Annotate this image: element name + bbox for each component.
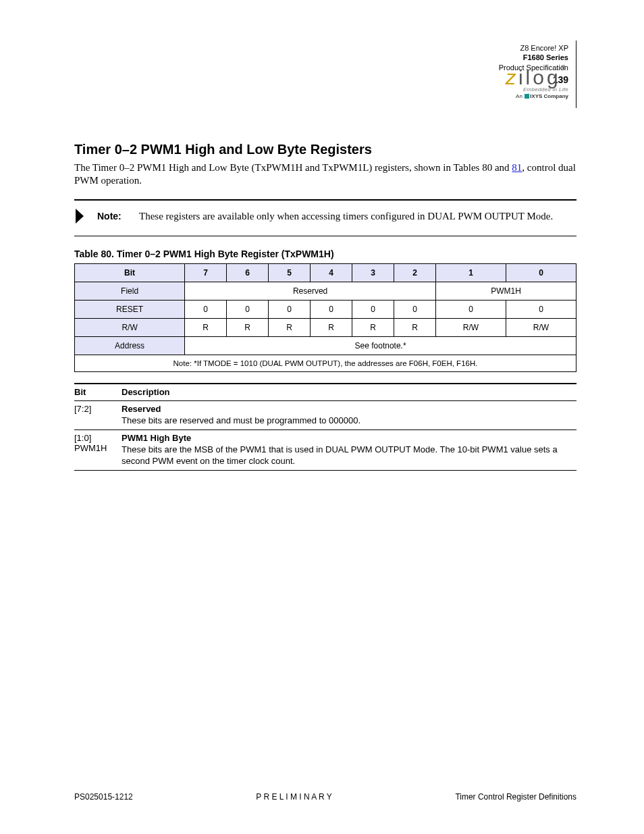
- note-text: These registers are available only when …: [139, 210, 553, 222]
- note-row: Note: These registers are available only…: [74, 201, 576, 236]
- table-row-head: Bit 7 6 5 4 3 2 1 0: [75, 263, 576, 282]
- row-label-rw: R/W: [75, 318, 185, 336]
- logo-company-post: IXYS Company: [530, 93, 568, 99]
- field-pwm1h: PWM1H: [436, 282, 576, 300]
- table-row-reset: RESET 0 0 0 0 0 0 0 0: [75, 300, 576, 318]
- bits-r2-bit-range: [1:0]: [74, 433, 91, 443]
- bits-r2-bit: [1:0] PWM1H: [74, 433, 122, 467]
- rw-3: R: [352, 318, 394, 336]
- th-7: 7: [185, 263, 227, 282]
- th-5: 5: [269, 263, 311, 282]
- rw-2: R: [394, 318, 436, 336]
- reset-0: 0: [506, 300, 576, 318]
- bits-r2-text: These bits are the MSB of the PWM1 that …: [122, 444, 558, 466]
- para-lead: The Timer 0–2 PWM1 High and Low Byte (Tx…: [74, 162, 512, 173]
- header-rule: [576, 41, 576, 108]
- reset-3: 0: [352, 300, 394, 318]
- row-label-field: Field: [75, 282, 185, 300]
- bits-r1-bit: [7:2]: [74, 404, 122, 427]
- th-1: 1: [436, 263, 506, 282]
- logo-company-pre: An: [516, 93, 522, 99]
- page-footer: PS025015-1212 P R E L I M I N A R Y Time…: [74, 792, 576, 802]
- logo-wordmark: zilog®: [506, 68, 568, 88]
- table-footnote: Note: *If TMODE = 1010 (DUAL PWM OUTPUT)…: [75, 355, 576, 371]
- page: Z8 Encore! XP F1680 Series Product Speci…: [0, 0, 644, 834]
- bits-r1-text: These bits are reserved and must be prog…: [122, 415, 360, 425]
- footer-left: PS025015-1212: [74, 792, 133, 802]
- register-table: Bit 7 6 5 4 3 2 1 0 Field Reserved PWM1H…: [74, 263, 576, 372]
- th-4: 4: [311, 263, 352, 282]
- doc-title-line2: F1680 Series: [499, 53, 568, 62]
- doc-title-line1: Z8 Encore! XP: [499, 43, 568, 53]
- bits-row-pwm1h: [1:0] PWM1H PWM1 High Byte These bits ar…: [74, 429, 576, 470]
- note-label: Note:: [97, 211, 139, 221]
- addr-value: See footnote.*: [185, 336, 576, 355]
- reset-5: 0: [269, 300, 311, 318]
- rw-7: R: [185, 318, 227, 336]
- logo-company: An IXYS Company: [506, 93, 568, 99]
- logo: zilog® Embedded in Life An IXYS Company: [506, 68, 568, 99]
- reset-6: 0: [227, 300, 269, 318]
- rw-0: R/W: [506, 318, 576, 336]
- bits-end-rule: [74, 470, 576, 471]
- reset-7: 0: [185, 300, 227, 318]
- reset-4: 0: [311, 300, 352, 318]
- bits-r2-symbol: PWM1H: [74, 443, 107, 453]
- bits-row-reserved: [7:2] Reserved These bits are reserved a…: [74, 400, 576, 429]
- rw-4: R: [311, 318, 352, 336]
- field-reserved: Reserved: [185, 282, 436, 300]
- table-row-rw: R/W R R R R R R R/W R/W: [75, 318, 576, 336]
- table-caption: Table 80. Timer 0–2 PWM1 High Byte Regis…: [74, 249, 576, 259]
- rw-6: R: [227, 318, 269, 336]
- th-bit: Bit: [75, 263, 185, 282]
- ixys-mark-icon: [525, 94, 529, 99]
- table-row-field: Field Reserved PWM1H: [75, 282, 576, 300]
- rw-1: R/W: [436, 318, 506, 336]
- bits-r2-title: PWM1 High Byte: [122, 433, 191, 443]
- th-2: 2: [394, 263, 436, 282]
- row-label-reset: RESET: [75, 300, 185, 318]
- section-heading: Timer 0–2 PWM1 High and Low Byte Registe…: [74, 142, 576, 157]
- section-paragraph: The Timer 0–2 PWM1 High and Low Byte (Tx…: [74, 161, 576, 187]
- reset-1: 0: [436, 300, 506, 318]
- bits-r1-title: Reserved: [122, 404, 161, 414]
- table-row-address: Address See footnote.*: [75, 336, 576, 355]
- bits-head-desc: Description: [122, 387, 576, 398]
- th-3: 3: [352, 263, 394, 282]
- caret-right-icon: [74, 207, 97, 225]
- footer-center: P R E L I M I N A R Y: [256, 792, 332, 802]
- th-6: 6: [227, 263, 269, 282]
- rw-5: R: [269, 318, 311, 336]
- bits-r2-desc: PWM1 High Byte These bits are the MSB of…: [122, 433, 576, 467]
- table-link-81[interactable]: 81: [512, 162, 522, 173]
- note-block: Note: These registers are available only…: [74, 199, 576, 236]
- note-rule-bottom: [74, 236, 576, 236]
- table-row-footnote: Note: *If TMODE = 1010 (DUAL PWM OUTPUT)…: [75, 355, 576, 371]
- th-0: 0: [506, 263, 576, 282]
- reset-2: 0: [394, 300, 436, 318]
- bits-head: Bit Description: [74, 383, 576, 401]
- row-label-addr: Address: [75, 336, 185, 355]
- content: Timer 0–2 PWM1 High and Low Byte Registe…: [74, 142, 576, 471]
- svg-marker-0: [76, 209, 84, 224]
- bits-r1-desc: Reserved These bits are reserved and mus…: [122, 404, 576, 427]
- bits-head-bit: Bit: [74, 387, 122, 398]
- bit-description: Bit Description [7:2] Reserved These bit…: [74, 383, 576, 471]
- footer-right: Timer Control Register Definitions: [455, 792, 576, 802]
